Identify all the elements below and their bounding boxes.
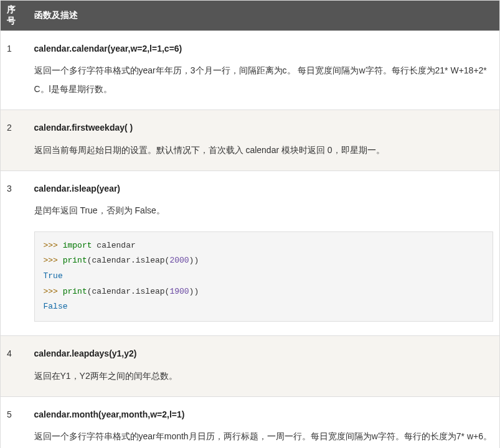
code-call: calendar.isleap( bbox=[92, 287, 170, 296]
code-output: False bbox=[44, 302, 68, 311]
header-index: 序号 bbox=[1, 1, 28, 31]
code-example: >>> import calendar >>> print(calendar.i… bbox=[34, 231, 494, 322]
function-name: calendar.calendar(year,w=2,l=1,c=6) bbox=[34, 40, 494, 58]
table-row: 1 calendar.calendar(year,w=2,l=1,c=6) 返回… bbox=[1, 31, 500, 110]
code-call: calendar.isleap( bbox=[92, 256, 170, 265]
code-paren: ( bbox=[87, 256, 92, 265]
function-description: 返回一个多行字符串格式的year年年历，3个月一行，间隔距离为c。 每日宽度间隔… bbox=[34, 65, 487, 93]
row-content: calendar.isleap(year) 是闰年返回 True，否则为 Fal… bbox=[28, 170, 500, 335]
row-index: 2 bbox=[1, 110, 28, 171]
code-keyword: import bbox=[63, 241, 92, 250]
row-content: calendar.firstweekday( ) 返回当前每周起始日期的设置。默… bbox=[28, 110, 500, 171]
table-header-row: 序号 函数及描述 bbox=[1, 1, 500, 31]
table-row: 3 calendar.isleap(year) 是闰年返回 True，否则为 F… bbox=[1, 170, 500, 335]
function-description: 是闰年返回 True，否则为 False。 bbox=[34, 205, 165, 215]
code-number: 1900 bbox=[169, 287, 189, 296]
table-row: 5 calendar.month(year,month,w=2,l=1) 返回一… bbox=[1, 396, 500, 448]
row-content: calendar.month(year,month,w=2,l=1) 返回一个多… bbox=[28, 396, 500, 448]
row-index: 3 bbox=[1, 170, 28, 335]
function-name: calendar.isleap(year) bbox=[34, 180, 494, 198]
code-prompt: >>> bbox=[44, 287, 63, 296]
table-row: 2 calendar.firstweekday( ) 返回当前每周起始日期的设置… bbox=[1, 110, 500, 171]
code-text: calendar bbox=[92, 241, 136, 250]
header-desc: 函数及描述 bbox=[28, 1, 500, 31]
code-prompt: >>> bbox=[44, 241, 63, 250]
row-index: 4 bbox=[1, 336, 28, 397]
function-name: calendar.leapdays(y1,y2) bbox=[34, 345, 494, 363]
code-paren: ( bbox=[87, 287, 92, 296]
function-description: 返回一个多行字符串格式的year年month月日历，两行标题，一周一行。每日宽度… bbox=[34, 431, 492, 448]
row-index: 1 bbox=[1, 31, 28, 110]
function-name: calendar.firstweekday( ) bbox=[34, 119, 494, 137]
code-fn: print bbox=[63, 256, 87, 265]
function-description: 返回在Y1，Y2两年之间的闰年总数。 bbox=[34, 371, 177, 381]
code-output: True bbox=[44, 271, 63, 281]
function-table: 序号 函数及描述 1 calendar.calendar(year,w=2,l=… bbox=[0, 0, 500, 448]
row-content: calendar.leapdays(y1,y2) 返回在Y1，Y2两年之间的闰年… bbox=[28, 336, 500, 397]
table-row: 4 calendar.leapdays(y1,y2) 返回在Y1，Y2两年之间的… bbox=[1, 336, 500, 397]
code-fn: print bbox=[63, 287, 87, 296]
function-description: 返回当前每周起始日期的设置。默认情况下，首次载入 calendar 模块时返回 … bbox=[34, 145, 385, 155]
code-paren: )) bbox=[189, 287, 199, 296]
code-prompt: >>> bbox=[44, 256, 63, 265]
code-paren: )) bbox=[189, 256, 199, 265]
row-content: calendar.calendar(year,w=2,l=1,c=6) 返回一个… bbox=[28, 31, 500, 110]
code-number: 2000 bbox=[169, 256, 189, 265]
row-index: 5 bbox=[1, 396, 28, 448]
function-name: calendar.month(year,month,w=2,l=1) bbox=[34, 406, 494, 424]
